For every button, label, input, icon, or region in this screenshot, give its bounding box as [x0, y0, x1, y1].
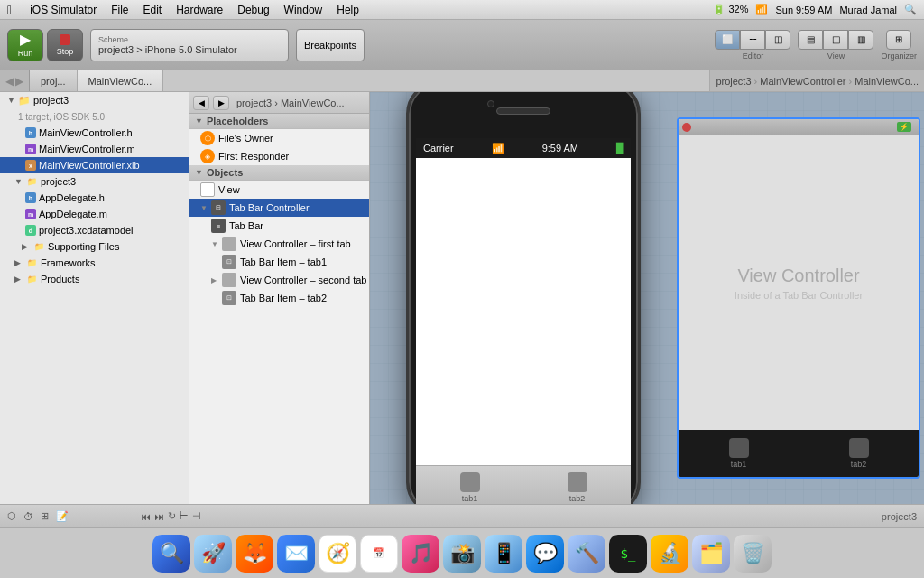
stop-icon [60, 34, 70, 45]
ib-objects-panel: ◀ ▶ project3 › MainViewCo... ▼ Placehold… [189, 92, 370, 504]
status-prev-btn[interactable]: ⏮ [141, 511, 151, 522]
ib-item-tabitem-tab1[interactable]: ⊡ Tab Bar Item – tab1 [189, 253, 369, 271]
breadcrumb-item-2[interactable]: MainViewController [760, 76, 845, 87]
sidebar-item-project3-subfolder[interactable]: ▼ 📁 project3 [0, 173, 189, 190]
sidebar-item-appdelegate-h[interactable]: h AppDelegate.h [0, 190, 189, 206]
sidebar-project3-label: project3 [33, 95, 69, 106]
assistant-editor-button[interactable]: ⚏ [740, 30, 765, 50]
ib-forward-btn[interactable]: ▶ [213, 96, 229, 110]
wifi-icon: 📶 [755, 4, 768, 15]
iphone-top [409, 92, 638, 138]
ib-item-first-responder[interactable]: ◈ First Responder [189, 147, 369, 165]
sidebar-item-mainviewcontroller-h[interactable]: h MainViewController.h [0, 125, 189, 141]
sidebar-item-products[interactable]: ▶ 📁 Products [0, 271, 189, 287]
menu-window[interactable]: Window [284, 4, 323, 16]
vc-tab2[interactable]: tab2 [849, 438, 869, 469]
status-right: project3 [882, 511, 917, 522]
forward-arrow[interactable]: ▶ [15, 75, 23, 88]
scheme-selector[interactable]: Scheme project3 > iPhone 5.0 Simulator [90, 29, 289, 61]
file-tab-mainviewco[interactable]: MainViewCo... [78, 70, 164, 91]
ib-item-tabbar-controller[interactable]: ▼ ⊟ Tab Bar Controller [189, 199, 369, 217]
main-area: ▼ 📁 project3 1 target, iOS SDK 5.0 h Mai… [0, 92, 924, 504]
version-editor-button[interactable]: ◫ [765, 30, 790, 50]
scheme-value: project3 > iPhone 5.0 Simulator [98, 44, 281, 55]
iphone-tab1[interactable]: tab1 [460, 472, 480, 503]
sidebar-item-project3-root[interactable]: ▼ 📁 project3 [0, 92, 189, 108]
iphone-tab-bar: tab1 tab2 [416, 465, 631, 504]
iphone-time: 9:59 AM [542, 143, 578, 154]
menu-file[interactable]: File [111, 4, 128, 16]
navigator-toggle[interactable]: ▤ [798, 30, 823, 50]
dock-icon-finder[interactable]: 🔍 [152, 535, 190, 573]
dock-icon-utilities[interactable]: 🗂️ [692, 535, 730, 573]
breakpoints-button[interactable]: Breakpoints [296, 29, 365, 61]
dock-icon-xcode[interactable]: 🔨 [568, 535, 605, 573]
sidebar-item-supporting-files[interactable]: ▶ 📁 Supporting Files [0, 238, 189, 255]
dock-icon-calendar[interactable]: 📅 [360, 535, 398, 573]
ib-item-files-owner[interactable]: ⬡ File's Owner [189, 129, 369, 147]
file-tab-0[interactable]: proj... [30, 70, 78, 91]
files-owner-icon: ⬡ [200, 131, 215, 145]
organizer-group: ⊞ Organizer [881, 30, 917, 61]
vc-tab1[interactable]: tab1 [729, 438, 749, 469]
breadcrumb-item-1[interactable]: project3 [716, 76, 751, 87]
tabbar-icon: ≡ [211, 219, 226, 233]
sidebar-item-mainviewcontroller-m[interactable]: m MainViewController.m [0, 141, 189, 157]
menu-debug[interactable]: Debug [237, 4, 269, 16]
ib-item-view[interactable]: View [189, 181, 369, 199]
dock-icon-skype[interactable]: 💬 [526, 535, 564, 573]
ib-item-tabitem-tab2[interactable]: ⊡ Tab Bar Item – tab2 [189, 289, 369, 307]
menu-edit[interactable]: Edit [143, 4, 162, 16]
sidebar-item-mainviewcontroller-xib[interactable]: x MainViewController.xib [0, 157, 189, 173]
status-step-btn[interactable]: ⊢ [180, 510, 189, 522]
menu-hardware[interactable]: Hardware [176, 4, 223, 16]
dock-icon-terminal[interactable]: $_ [609, 535, 647, 573]
sidebar-item-appdelegate-m[interactable]: m AppDelegate.m [0, 206, 189, 222]
stop-button[interactable]: Stop [47, 29, 83, 61]
dock-icon-appstore[interactable]: 📱 [485, 535, 522, 573]
dock-icon-instruments[interactable]: 🔬 [651, 535, 688, 573]
tab1-label: tab1 [462, 494, 478, 503]
dock-icon-trash[interactable]: 🗑️ [734, 535, 772, 573]
ib-item-tabbar[interactable]: ≡ Tab Bar [189, 217, 369, 235]
disclosure-project3: ▼ [7, 96, 18, 105]
status-next-btn[interactable]: ⏭ [154, 511, 164, 522]
iphone-screen: Carrier 📶 9:59 AM ▉ tab1 tab2 [416, 138, 631, 504]
dock-icon-itunes[interactable]: 🎵 [402, 535, 439, 573]
dock-icon-mail[interactable]: ✉️ [277, 535, 315, 573]
standard-editor-button[interactable]: ⬜ [715, 30, 740, 50]
back-arrow[interactable]: ◀ [5, 75, 14, 88]
breadcrumb: project3 › MainViewController › MainView… [716, 76, 919, 87]
search-icon[interactable]: 🔍 [904, 4, 917, 15]
battery-indicator: ⚡ [897, 122, 911, 132]
ib-section-placeholders[interactable]: ▼ Placeholders [189, 114, 369, 129]
status-step-over-btn[interactable]: ⊣ [192, 510, 201, 522]
menu-ios-simulator[interactable]: iOS Simulator [30, 4, 97, 16]
debug-toggle[interactable]: ◫ [823, 30, 848, 50]
dock-icon-launchpad[interactable]: 🚀 [194, 535, 232, 573]
dock-icon-firefox[interactable]: 🦊 [236, 535, 273, 573]
menu-bar:  iOS Simulator File Edit Hardware Debug… [0, 0, 924, 20]
run-button[interactable]: ▶ Run [7, 29, 43, 61]
ib-back-btn[interactable]: ◀ [193, 96, 209, 110]
dock-icon-iphoto[interactable]: 📸 [443, 535, 481, 573]
sidebar-item-xcdatamodel[interactable]: d project3.xcdatamodel [0, 222, 189, 238]
ib-item-vc-second[interactable]: ▶ View Controller – second tab [189, 271, 369, 289]
sidebar-item-frameworks[interactable]: ▶ 📁 Frameworks [0, 255, 189, 271]
status-refresh-btn[interactable]: ↻ [168, 510, 176, 522]
organizer-button[interactable]: ⊞ [886, 30, 911, 50]
xib-file-icon: x [25, 160, 36, 171]
vc-screen-content: View Controller Inside of a Tab Bar Cont… [679, 135, 919, 430]
ib-item-vc-first[interactable]: ▼ View Controller – first tab [189, 235, 369, 253]
ib-section-objects[interactable]: ▼ Objects [189, 165, 369, 181]
run-label: Run [18, 49, 33, 58]
apple-menu[interactable]:  [7, 3, 12, 17]
breadcrumb-item-3[interactable]: MainViewCo... [855, 76, 919, 87]
dock-icon-safari[interactable]: 🧭 [319, 535, 356, 573]
utilities-toggle[interactable]: ▥ [848, 30, 873, 50]
menu-help[interactable]: Help [337, 4, 359, 16]
status-project-name: project3 [882, 511, 917, 522]
iphone-tab2[interactable]: tab2 [568, 472, 587, 503]
battery-icon: ▉ [616, 143, 624, 154]
menu-bar-right: 🔋 32% 📶 Sun 9:59 AM Murad Jamal 🔍 [713, 4, 917, 15]
